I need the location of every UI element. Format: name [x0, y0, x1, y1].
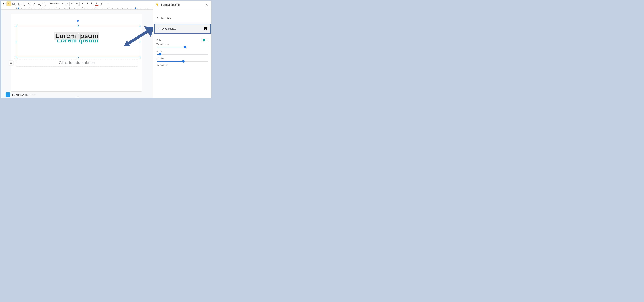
ruler-number: 4 — [69, 7, 70, 8]
slide[interactable]: Lorem Ipsum Lorem Ipsum Click to add sub… — [11, 14, 142, 92]
drop-shadow-label: Drop shadow — [162, 28, 176, 30]
border-color-tool[interactable] — [32, 2, 36, 6]
angle-slider[interactable] — [157, 54, 208, 54]
drop-shadow-section[interactable]: Drop shadow — [154, 24, 211, 34]
subtitle-placeholder[interactable]: Click to add subtitle — [16, 59, 138, 66]
watermark-text: TEMPLATE.NET — [12, 93, 36, 96]
svg-point-3 — [13, 3, 14, 4]
shadow-color-swatch — [203, 39, 205, 41]
ruler-number: 7 — [109, 7, 110, 8]
transparency-slider-group: Transparency — [156, 43, 208, 48]
svg-point-13 — [107, 4, 108, 4]
font-size-increase[interactable]: + — [75, 2, 79, 6]
border-weight-tool[interactable] — [36, 2, 41, 6]
underline-button[interactable]: U — [90, 2, 94, 6]
font-family-label: Russo One — [49, 2, 59, 5]
angle-slider-group: Angle — [156, 50, 208, 54]
chevron-right-icon — [156, 17, 158, 20]
slider-thumb[interactable] — [182, 60, 185, 62]
highlight-color-button[interactable] — [99, 2, 104, 6]
resize-handle-tr[interactable] — [139, 25, 140, 26]
shadow-color-label: Color — [156, 39, 162, 41]
transparency-label: Transparency — [156, 43, 208, 45]
fill-color-tool[interactable] — [27, 2, 32, 6]
distance-slider[interactable] — [157, 61, 208, 62]
font-size-decrease[interactable]: − — [66, 2, 70, 6]
font-size-input[interactable]: 52 — [70, 2, 75, 6]
resize-handle-ml[interactable] — [15, 41, 17, 42]
italic-button[interactable]: I — [85, 2, 90, 6]
resize-handle-tl[interactable] — [15, 25, 17, 26]
more-tools-button[interactable] — [106, 2, 110, 6]
ruler-number: 6 — [96, 7, 96, 8]
drop-shadow-body: Color Transparency Angle — [154, 35, 211, 69]
canvas-area[interactable]: Lorem Ipsum Lorem Ipsum Click to add sub… — [1, 10, 153, 98]
chevron-down-icon — [158, 28, 160, 30]
border-dash-tool[interactable] — [41, 2, 46, 6]
format-options-title: Format options — [161, 3, 180, 6]
format-options-panel: Format options Text fitting Drop shadow … — [153, 1, 211, 98]
resize-handle-br[interactable] — [139, 57, 140, 58]
resize-handle-bl[interactable] — [15, 57, 17, 58]
svg-rect-5 — [18, 4, 19, 4]
font-family-select[interactable]: Russo One — [48, 2, 64, 6]
shape-tool[interactable] — [16, 2, 20, 6]
shadow-color-picker[interactable] — [201, 38, 208, 42]
svg-point-15 — [108, 4, 109, 4]
svg-rect-18 — [157, 5, 158, 6]
text-color-swatch — [95, 5, 98, 6]
separator — [26, 2, 26, 6]
blur-slider-group: Blur Radius — [156, 64, 208, 66]
distance-slider-group: Distance — [156, 57, 208, 62]
resize-handle-mt[interactable] — [77, 25, 78, 26]
line-tool[interactable] — [20, 2, 25, 6]
text-color-button[interactable]: A — [94, 2, 99, 6]
transparency-slider[interactable] — [157, 47, 208, 48]
drop-shadow-checkbox[interactable] — [204, 27, 207, 30]
font-size-group: − 52 + — [66, 2, 79, 6]
rotate-handle[interactable] — [77, 20, 79, 22]
blur-label: Blur Radius — [156, 64, 208, 66]
image-tool[interactable] — [11, 2, 16, 6]
angle-label: Angle — [156, 50, 208, 52]
filmstrip-grip[interactable] — [76, 96, 79, 97]
right-indent-marker[interactable] — [135, 8, 136, 9]
app-frame: T Russo One — [1, 0, 212, 98]
text-fitting-section[interactable]: Text fitting — [154, 13, 211, 23]
textbox-tool[interactable]: T — [6, 2, 11, 6]
close-button[interactable] — [205, 3, 209, 7]
distance-label: Distance — [156, 57, 208, 59]
slider-thumb[interactable] — [184, 46, 186, 48]
vertical-align-button[interactable] — [9, 60, 14, 65]
text-fitting-label: Text fitting — [161, 17, 172, 20]
svg-point-14 — [108, 4, 108, 4]
format-options-header: Format options — [154, 1, 211, 9]
slider-thumb[interactable] — [159, 53, 161, 56]
ruler-number: 1 — [29, 7, 30, 8]
resize-handle-mb[interactable] — [77, 57, 78, 58]
separator — [65, 2, 65, 6]
watermark-icon: T — [6, 92, 10, 97]
select-tool[interactable] — [2, 2, 6, 6]
svg-text:T: T — [8, 3, 10, 4]
svg-rect-17 — [156, 4, 158, 5]
format-options-icon — [156, 3, 159, 7]
ruler-number: 3 — [56, 7, 56, 8]
watermark: T TEMPLATE.NET — [6, 92, 36, 97]
ruler-number: 8 — [122, 7, 123, 8]
chevron-down-icon — [206, 40, 207, 40]
ruler-number: 5 — [82, 7, 83, 8]
svg-line-6 — [22, 3, 24, 4]
bold-button[interactable]: B — [80, 2, 85, 6]
chevron-down-icon — [62, 3, 63, 4]
ruler-number: 2 — [42, 7, 43, 8]
